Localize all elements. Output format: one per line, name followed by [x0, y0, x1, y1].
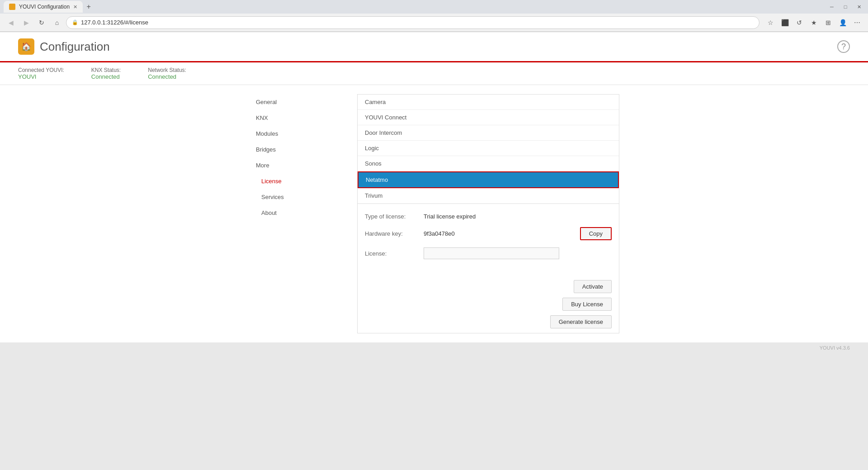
module-list: CameraYOUVI ConnectDoor IntercomLogicSon… [358, 95, 619, 204]
sidebar-item-modules[interactable]: Modules [249, 126, 357, 142]
sidebar-item-services[interactable]: Services [249, 189, 357, 205]
app-footer: YOUVI v4.3.6 [0, 342, 868, 353]
menu-icon[interactable]: ⋯ [851, 16, 863, 29]
copy-button[interactable]: Copy [580, 227, 612, 240]
sidebar-item-about[interactable]: About [249, 205, 357, 221]
minimize-button[interactable]: ─ [826, 1, 837, 12]
license-type-row: Type of license: Trial license expired [365, 213, 612, 220]
new-tab-button[interactable]: + [83, 1, 94, 13]
sidebar: GeneralKNXModulesBridgesMoreLicenseServi… [249, 94, 357, 333]
app-header-left: 🏠 Configuration [18, 38, 110, 55]
browser-titlebar: YOUVI Configuration ✕ + ─ □ ✕ [0, 0, 868, 14]
address-bar-text: 127.0.0.1:31226/#/license [81, 19, 148, 26]
bookmark-star-icon[interactable]: ☆ [764, 16, 777, 29]
connected-youvi-status: Connected YOUVI: YOUVI [18, 67, 64, 80]
network-status-label: Network Status: [148, 67, 186, 73]
app-header: 🏠 Configuration ? [0, 32, 868, 62]
refresh-icon[interactable]: ↺ [793, 16, 806, 29]
sidebar-item-bridges[interactable]: Bridges [249, 142, 357, 157]
app-logo: 🏠 [18, 38, 34, 55]
license-type-value: Trial license expired [424, 213, 612, 220]
license-input-row: License: [365, 247, 612, 259]
module-item-4[interactable]: Sonos [358, 156, 619, 171]
action-buttons: Activate Buy License Generate license [358, 275, 619, 333]
module-item-6[interactable]: Trivum [358, 188, 619, 204]
forward-button[interactable]: ▶ [20, 16, 33, 29]
hardware-key-label: Hardware key: [365, 230, 424, 237]
browser-chrome: YOUVI Configuration ✕ + ─ □ ✕ ◀ ▶ ↻ ⌂ 🔒 … [0, 0, 868, 32]
hardware-key-row: Hardware key: 9f3a0478e0 Copy [365, 227, 612, 240]
browser-navbar: ◀ ▶ ↻ ⌂ 🔒 127.0.0.1:31226/#/license ☆ ⬛ … [0, 14, 868, 32]
maximize-button[interactable]: □ [840, 1, 851, 12]
sidebar-item-general[interactable]: General [249, 94, 357, 110]
page-body: 🏠 Configuration ? Connected YOUVI: YOUVI… [0, 32, 868, 470]
module-item-3[interactable]: Logic [358, 141, 619, 156]
sidebar-item-license[interactable]: License [249, 173, 357, 189]
sidebar-item-knx[interactable]: KNX [249, 110, 357, 126]
collections-icon[interactable]: ⊞ [822, 16, 835, 29]
back-button[interactable]: ◀ [5, 16, 17, 29]
tab-close-button[interactable]: ✕ [73, 4, 77, 10]
module-item-2[interactable]: Door Intercom [358, 125, 619, 141]
refresh-button[interactable]: ↻ [35, 16, 48, 29]
profile-icon[interactable]: 👤 [836, 16, 849, 29]
sidebar-item-more[interactable]: More [249, 157, 357, 173]
window-controls: ─ □ ✕ [826, 1, 864, 12]
knx-status-value: Connected [91, 73, 120, 80]
version-label: YOUVI v4.3.6 [820, 345, 850, 351]
generate-license-button[interactable]: Generate license [550, 315, 612, 328]
module-item-0[interactable]: Camera [358, 95, 619, 110]
connected-youvi-value: YOUVI [18, 73, 36, 80]
network-status: Network Status: Connected [148, 67, 186, 80]
tab-favicon [9, 4, 15, 10]
hardware-key-value: 9f3a0478e0 [424, 230, 580, 237]
main-layout: GeneralKNXModulesBridgesMoreLicenseServi… [231, 85, 637, 342]
knx-status-label: KNX Status: [91, 67, 121, 73]
status-bar: Connected YOUVI: YOUVI KNX Status: Conne… [0, 62, 868, 85]
home-button[interactable]: ⌂ [51, 16, 63, 29]
tab-title: YOUVI Configuration [19, 4, 70, 10]
help-button[interactable]: ? [837, 40, 850, 53]
main-content: CameraYOUVI ConnectDoor IntercomLogicSon… [357, 94, 619, 333]
close-window-button[interactable]: ✕ [854, 1, 864, 12]
module-item-1[interactable]: YOUVI Connect [358, 110, 619, 125]
knx-status: KNX Status: Connected [91, 67, 121, 80]
connected-youvi-label: Connected YOUVI: [18, 67, 64, 73]
license-input[interactable] [424, 247, 559, 259]
license-type-label: Type of license: [365, 213, 424, 220]
license-details: Type of license: Trial license expired H… [358, 204, 619, 275]
content-wrapper: Connected YOUVI: YOUVI KNX Status: Conne… [0, 62, 868, 342]
nav-right-icons: ☆ ⬛ ↺ ★ ⊞ 👤 ⋯ [764, 16, 863, 29]
favorites-icon[interactable]: ★ [807, 16, 820, 29]
network-status-value: Connected [148, 73, 176, 80]
address-bar[interactable]: 🔒 127.0.0.1:31226/#/license [66, 16, 760, 29]
address-bar-lock-icon: 🔒 [72, 19, 78, 25]
license-field-label: License: [365, 250, 424, 257]
module-item-5[interactable]: Netatmo [358, 171, 619, 188]
activate-button[interactable]: Activate [574, 280, 612, 293]
app-title: Configuration [40, 40, 110, 54]
buy-license-button[interactable]: Buy License [562, 298, 612, 311]
extensions-icon[interactable]: ⬛ [778, 16, 791, 29]
browser-tab[interactable]: YOUVI Configuration ✕ [4, 1, 83, 13]
